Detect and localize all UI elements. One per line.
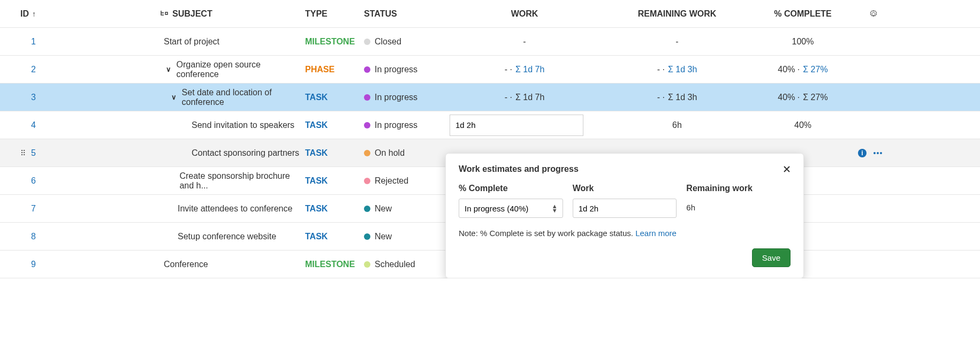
- work-package-id-link[interactable]: 9: [31, 260, 36, 269]
- cell-subject[interactable]: Create sponsorship brochure and h...: [80, 171, 305, 191]
- cell-complete[interactable]: 40% ·Σ 27%: [755, 93, 851, 102]
- cell-subject[interactable]: ∨Organize open source conference: [80, 60, 305, 79]
- gear-icon[interactable]: [869, 10, 878, 18]
- cell-type[interactable]: TASK: [305, 120, 364, 130]
- cell-status[interactable]: Scheduled: [364, 260, 450, 269]
- cell-subject[interactable]: Invite attendees to conference: [80, 204, 305, 214]
- table-row[interactable]: 3∨Set date and location of conferenceTAS…: [0, 84, 980, 111]
- svg-text:i: i: [861, 149, 863, 157]
- complete-sigma[interactable]: Σ 27%: [803, 65, 827, 74]
- cell-complete[interactable]: 40% ·Σ 27%: [755, 65, 851, 74]
- column-header-remaining[interactable]: REMAINING WORK: [599, 9, 755, 19]
- percent-complete-select[interactable]: [459, 199, 563, 218]
- work-inline-input[interactable]: [450, 115, 583, 136]
- cell-status[interactable]: In progress: [364, 65, 450, 74]
- status-dot-icon: [364, 94, 370, 101]
- work-prefix: - ·: [505, 93, 512, 102]
- cell-work[interactable]: - ·Σ 1d 7h: [450, 93, 599, 102]
- table-header-row: ID ↑ SUBJECT TYPE STATUS WORK REMAINING …: [0, 0, 980, 28]
- cell-work[interactable]: - ·Σ 1d 7h: [450, 65, 599, 74]
- column-header-status[interactable]: STATUS: [364, 9, 450, 19]
- column-header-type[interactable]: TYPE: [305, 9, 364, 19]
- select-caret-icon: ▲▼: [552, 204, 558, 213]
- status-dot-icon: [364, 206, 370, 212]
- cell-actions: i: [851, 148, 883, 158]
- work-package-id-link[interactable]: 6: [31, 176, 36, 186]
- hierarchy-icon[interactable]: [161, 10, 168, 18]
- cell-type[interactable]: TASK: [305, 176, 364, 186]
- status-text: On hold: [375, 148, 405, 158]
- info-icon[interactable]: i: [857, 148, 867, 158]
- column-header-work[interactable]: WORK: [450, 9, 599, 19]
- status-text: New: [375, 232, 392, 241]
- complete-prefix: 40% ·: [778, 93, 800, 102]
- work-package-id-link[interactable]: 1: [31, 37, 36, 47]
- cell-type[interactable]: TASK: [305, 204, 364, 214]
- table-row[interactable]: 1Start of projectMILESTONEClosed--100%: [0, 28, 980, 56]
- column-header-subject[interactable]: SUBJECT: [80, 9, 305, 19]
- cell-subject[interactable]: ∨Set date and location of conference: [80, 88, 305, 107]
- cell-remaining[interactable]: 6h: [599, 120, 755, 130]
- cell-type[interactable]: PHASE: [305, 65, 364, 74]
- work-package-id-link[interactable]: 5: [31, 148, 36, 158]
- work-prefix: - ·: [505, 65, 512, 74]
- cell-status[interactable]: On hold: [364, 148, 450, 158]
- cell-status[interactable]: New: [364, 204, 450, 214]
- remaining-prefix: - ·: [657, 65, 665, 74]
- cell-type[interactable]: MILESTONE: [305, 260, 364, 269]
- remaining-sigma[interactable]: Σ 1d 3h: [668, 65, 697, 74]
- work-package-id-link[interactable]: 4: [31, 120, 36, 130]
- cell-status[interactable]: Rejected: [364, 176, 450, 186]
- cell-status[interactable]: In progress: [364, 120, 450, 130]
- header-id-label: ID: [20, 9, 29, 19]
- status-dot-icon: [364, 261, 370, 268]
- column-header-id[interactable]: ID ↑: [5, 9, 80, 19]
- work-estimates-popup: Work estimates and progress % Complete ▲…: [445, 153, 804, 278]
- work-sigma: Σ 1d 7h: [515, 93, 544, 102]
- popup-remaining-label: Remaining work: [686, 184, 791, 193]
- subject-text: Set date and location of conference: [182, 88, 305, 107]
- cell-type[interactable]: TASK: [305, 148, 364, 158]
- cell-remaining[interactable]: - ·Σ 1d 3h: [599, 93, 755, 102]
- cell-remaining[interactable]: - ·Σ 1d 3h: [599, 65, 755, 74]
- table-row[interactable]: 4Send invitation to speakersTASKIn progr…: [0, 111, 980, 139]
- complete-text: 40%: [794, 120, 811, 130]
- cell-subject[interactable]: Send invitation to speakers: [80, 120, 305, 130]
- chevron-down-icon[interactable]: ∨: [170, 93, 178, 101]
- save-button[interactable]: Save: [752, 248, 791, 267]
- cell-type[interactable]: TASK: [305, 232, 364, 241]
- work-package-id-link[interactable]: 8: [31, 232, 36, 241]
- work-package-id-link[interactable]: 7: [31, 204, 36, 214]
- column-header-complete[interactable]: % COMPLETE: [755, 9, 851, 19]
- cell-type[interactable]: TASK: [305, 93, 364, 102]
- popup-remaining-value: 6h: [686, 199, 791, 212]
- learn-more-link[interactable]: Learn more: [635, 229, 677, 238]
- close-icon[interactable]: [783, 165, 791, 173]
- drag-handle-icon[interactable]: ⠿: [20, 149, 28, 157]
- status-dot-icon: [364, 178, 370, 184]
- cell-subject[interactable]: Conference: [80, 260, 305, 269]
- remaining-prefix: - ·: [657, 93, 665, 102]
- work-package-id-link[interactable]: 2: [31, 65, 36, 74]
- cell-type[interactable]: MILESTONE: [305, 37, 364, 47]
- cell-subject[interactable]: Contact sponsoring partners: [80, 148, 305, 158]
- chevron-down-icon[interactable]: ∨: [164, 65, 173, 73]
- subject-text: Setup conference website: [178, 232, 276, 241]
- cell-status[interactable]: In progress: [364, 93, 450, 102]
- cell-complete[interactable]: 40%: [755, 120, 851, 130]
- cell-work[interactable]: -: [450, 37, 599, 47]
- more-icon[interactable]: [872, 148, 883, 158]
- table-row[interactable]: 2∨Organize open source conferencePHASEIn…: [0, 56, 980, 84]
- cell-remaining[interactable]: -: [599, 37, 755, 47]
- cell-complete[interactable]: 100%: [755, 37, 851, 47]
- cell-subject[interactable]: Start of project: [80, 37, 305, 47]
- work-package-id-link[interactable]: 3: [31, 93, 36, 102]
- cell-status[interactable]: New: [364, 232, 450, 241]
- work-input[interactable]: [573, 199, 677, 218]
- cell-work[interactable]: [450, 115, 599, 136]
- cell-status[interactable]: Closed: [364, 37, 450, 47]
- status-text: Rejected: [375, 176, 408, 186]
- work-sigma[interactable]: Σ 1d 7h: [515, 65, 544, 74]
- status-dot-icon: [364, 233, 370, 240]
- cell-subject[interactable]: Setup conference website: [80, 232, 305, 241]
